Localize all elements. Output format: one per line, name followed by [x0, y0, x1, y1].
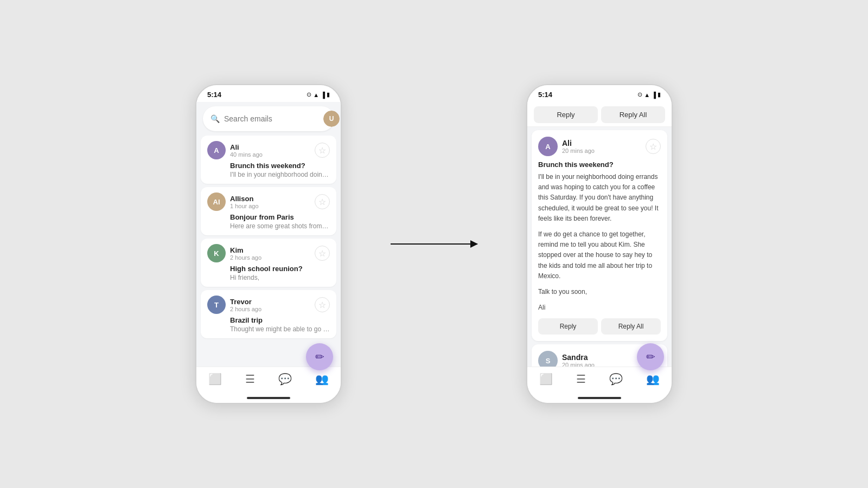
status-bar-1: 5:14 ⊙ ▲ ▐ ▮: [196, 85, 341, 102]
card-reply-all-button[interactable]: Reply All: [601, 318, 661, 335]
phone1-content: 🔍 U A Ali 40 mins ago: [196, 102, 341, 367]
header-reply-button[interactable]: Reply: [534, 106, 598, 123]
card-header: A Ali 20 mins ago ☆: [538, 137, 661, 156]
nav-list-icon[interactable]: ☰: [245, 373, 255, 386]
home-indicator-2: [527, 393, 672, 403]
header-reply-all-button[interactable]: Reply All: [601, 106, 665, 123]
sender-time: 1 hour ago: [230, 203, 259, 209]
email-subject: Bonjour from Paris: [230, 213, 330, 221]
email-subject: Brazil trip: [230, 316, 330, 324]
email-item-header: T Trevor 2 hours ago ☆: [207, 296, 330, 314]
email-preview: Here are some great shots from my trip..…: [230, 222, 330, 230]
search-bar[interactable]: 🔍 U: [203, 106, 334, 131]
home-indicator-1: [196, 393, 341, 403]
status-time-1: 5:14: [207, 91, 221, 99]
nav-contacts-icon[interactable]: 👥: [315, 373, 329, 386]
list-item[interactable]: T Trevor 2 hours ago ☆ Brazil trip Thoug…: [201, 290, 336, 338]
nav-list-icon-2[interactable]: ☰: [576, 373, 586, 386]
email-detail-scroll: A Ali 20 mins ago ☆ Brunch this weekend?…: [527, 127, 672, 367]
email-preview: Hi friends,: [230, 274, 330, 281]
sandra-card-meta: Sandra 20 mins ago: [562, 353, 595, 367]
list-item[interactable]: A Ali 40 mins ago ☆ Brunch this weekend?…: [201, 136, 336, 184]
avatar: A: [538, 137, 558, 156]
home-bar: [247, 397, 290, 399]
star-button[interactable]: ☆: [315, 194, 330, 209]
signal-icon: ▐: [321, 92, 325, 98]
wifi-icon: ▲: [313, 92, 319, 98]
compose-fab-2[interactable]: ✏: [637, 343, 664, 370]
sandra-card-sender: S Sandra 20 mins ago: [538, 351, 595, 367]
search-icon: 🔍: [210, 114, 220, 123]
arrow-line: [391, 243, 477, 245]
sender-time: 2 hours ago: [230, 306, 261, 312]
star-button[interactable]: ☆: [315, 297, 330, 312]
search-input[interactable]: [224, 114, 319, 123]
sender-info: T Trevor 2 hours ago: [207, 296, 261, 314]
email-item-header: K Kim 2 hours ago ☆: [207, 244, 330, 262]
sender-name: Ali: [230, 143, 263, 151]
email-list: A Ali 40 mins ago ☆ Brunch this weekend?…: [196, 136, 341, 367]
email-item-header: A Ali 40 mins ago ☆: [207, 141, 330, 159]
body-para-4: Ali: [538, 303, 661, 313]
battery-icon: ▮: [327, 91, 330, 98]
list-item[interactable]: Al Allison 1 hour ago ☆ Bonjour from Par…: [201, 187, 336, 235]
email-subject: High school reunion?: [230, 265, 330, 273]
signal-icon: ▐: [652, 92, 656, 98]
sender-info: K Kim 2 hours ago: [207, 244, 261, 262]
status-bar-2: 5:14 ⊙ ▲ ▐ ▮: [527, 85, 672, 102]
avatar: K: [207, 244, 226, 262]
sender-info: A Ali 40 mins ago: [207, 141, 263, 159]
wifi-icon: ▲: [644, 92, 650, 98]
nav-inbox-icon[interactable]: ⬜: [208, 373, 222, 386]
phone-email-detail: 5:14 ⊙ ▲ ▐ ▮ Reply Reply All A Ali: [526, 84, 673, 404]
card-reply-buttons: Reply Reply All: [538, 318, 661, 335]
email-subject: Brunch this weekend?: [230, 162, 330, 170]
sender-time: 40 mins ago: [230, 151, 263, 158]
sandra-sender-time: 20 mins ago: [562, 362, 595, 367]
sender-meta: Allison 1 hour ago: [230, 195, 259, 209]
card-subject: Brunch this weekend?: [538, 160, 661, 169]
avatar: S: [538, 351, 558, 367]
body-para-3: Talk to you soon,: [538, 287, 661, 297]
card-reply-button[interactable]: Reply: [538, 318, 598, 335]
scene: 5:14 ⊙ ▲ ▐ ▮ 🔍 U: [0, 0, 868, 488]
sandra-sender-name: Sandra: [562, 353, 595, 362]
star-button[interactable]: ☆: [315, 143, 330, 158]
nav-contacts-icon-2[interactable]: 👥: [646, 373, 660, 386]
status-time-2: 5:14: [538, 91, 552, 99]
nav-inbox-icon-2[interactable]: ⬜: [539, 373, 553, 386]
sender-info: Al Allison 1 hour ago: [207, 192, 259, 211]
star-button[interactable]: ☆: [315, 246, 330, 261]
email-preview: I'll be in your neighborhood doing erran…: [230, 171, 330, 178]
circle-icon: ⊙: [637, 91, 642, 98]
battery-icon: ▮: [658, 91, 661, 98]
sender-time: 2 hours ago: [230, 254, 261, 261]
avatar: Al: [207, 192, 226, 211]
compose-fab[interactable]: ✏: [306, 343, 333, 370]
sender-name: Allison: [230, 195, 259, 203]
transition-arrow: [385, 243, 483, 245]
list-item[interactable]: K Kim 2 hours ago ☆ High school reunion?…: [201, 239, 336, 287]
compose-icon: ✏: [315, 350, 324, 363]
avatar: A: [207, 141, 226, 159]
card-star-button[interactable]: ☆: [646, 139, 661, 154]
user-avatar: U: [323, 111, 340, 127]
card-sender: A Ali 20 mins ago: [538, 137, 595, 156]
card-body: I'll be in your neighborhood doing erran…: [538, 172, 661, 313]
body-para-2: If we do get a chance to get together, r…: [538, 229, 661, 281]
user-avatar-img: U: [323, 111, 340, 127]
email-card-main: A Ali 20 mins ago ☆ Brunch this weekend?…: [532, 130, 667, 341]
circle-icon: ⊙: [307, 91, 311, 98]
status-icons-1: ⊙ ▲ ▐ ▮: [307, 91, 330, 98]
card-sender-time: 20 mins ago: [562, 147, 595, 154]
email-preview: Thought we might be able to go over som …: [230, 325, 330, 333]
body-para-1: I'll be in your neighborhood doing erran…: [538, 172, 661, 224]
detail-header: Reply Reply All: [527, 102, 672, 127]
sender-meta: Kim 2 hours ago: [230, 246, 261, 261]
card-sender-name: Ali: [562, 139, 595, 147]
status-icons-2: ⊙ ▲ ▐ ▮: [637, 91, 661, 98]
card-meta: Ali 20 mins ago: [562, 139, 595, 154]
nav-chat-icon-2[interactable]: 💬: [609, 373, 623, 386]
nav-chat-icon[interactable]: 💬: [278, 373, 292, 386]
compose-icon-2: ✏: [646, 350, 655, 363]
